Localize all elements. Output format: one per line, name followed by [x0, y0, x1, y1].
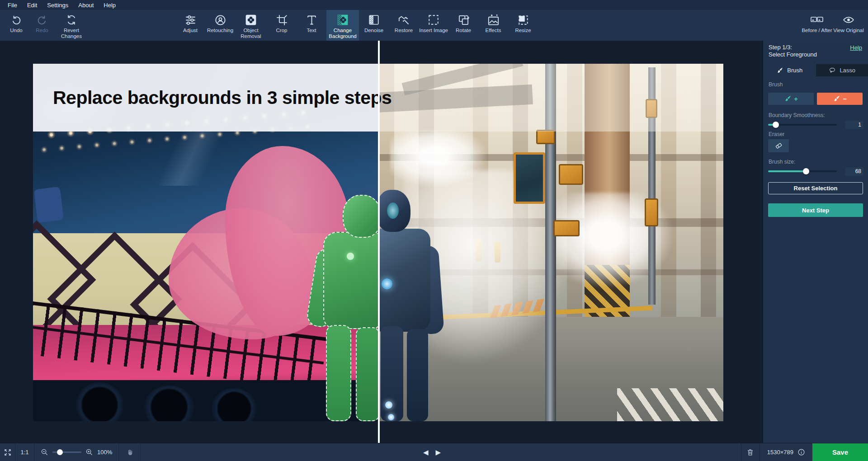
- image-resolution: 1530×789: [767, 449, 793, 456]
- delete-image-button[interactable]: [741, 443, 760, 461]
- boundary-smoothness-label: Boundary Smoothness:: [769, 112, 825, 118]
- hand-tool-button[interactable]: [119, 443, 141, 461]
- tool-change-background[interactable]: Change Background: [326, 10, 359, 41]
- tool-retouching[interactable]: Retouching: [205, 10, 235, 41]
- step-title: Select Foreground: [769, 51, 863, 58]
- revert-changes-button[interactable]: Revert Changes: [55, 10, 88, 41]
- resize-icon: [517, 14, 529, 26]
- tool-denoise[interactable]: Denoise: [359, 10, 389, 41]
- scene-teal-sign: [514, 152, 545, 204]
- boundary-smoothness-slider-row: 1: [768, 121, 863, 128]
- effects-icon: [487, 14, 500, 26]
- tab-brush[interactable]: Brush: [763, 64, 816, 76]
- previous-image-arrow[interactable]: ◀: [423, 448, 429, 456]
- tool-effects[interactable]: Effects: [478, 10, 508, 41]
- menu-edit[interactable]: Edit: [22, 2, 42, 9]
- brush-icon: [776, 67, 783, 74]
- menu-bar: File Edit Settings About Help: [0, 0, 868, 10]
- scene-orange-signal-box: [645, 198, 658, 226]
- tool-crop[interactable]: Crop: [267, 10, 297, 41]
- menu-help[interactable]: Help: [99, 2, 121, 9]
- fit-to-screen-button[interactable]: [0, 443, 15, 461]
- zoom-slider-thumb[interactable]: [57, 449, 63, 455]
- scene-orange-signal-box: [559, 164, 583, 185]
- adjust-icon: [184, 14, 197, 26]
- scene-orange-signal-box: [553, 220, 580, 236]
- view-original-button[interactable]: View Original: [833, 10, 864, 41]
- zoom-slider[interactable]: [52, 452, 81, 453]
- menu-file[interactable]: File: [3, 2, 22, 9]
- info-icon[interactable]: [797, 448, 805, 456]
- undo-icon: [10, 14, 22, 26]
- zoom-in-icon[interactable]: [85, 448, 93, 456]
- eraser-button[interactable]: [768, 139, 789, 152]
- boundary-smoothness-thumb[interactable]: [773, 122, 779, 128]
- editor-canvas: Replace backgrounds in 3 simple steps: [0, 41, 763, 443]
- eye-icon: [842, 14, 855, 26]
- tool-resize[interactable]: Resize: [508, 10, 538, 41]
- trash-icon: [746, 448, 754, 456]
- actual-size-button[interactable]: 1:1: [15, 443, 34, 461]
- retouching-icon: [214, 14, 226, 26]
- before-after-button[interactable]: Before / After: [801, 10, 833, 41]
- status-bar: 1:1 100%: [0, 443, 868, 461]
- scene-blue-seat: [34, 187, 64, 223]
- lasso-icon: [829, 67, 836, 74]
- brush-size-slider[interactable]: [768, 170, 837, 172]
- step-header: Step 1/3: Select Foreground Help: [763, 41, 868, 64]
- save-button[interactable]: Save: [812, 443, 868, 461]
- tool-restore[interactable]: Restore: [389, 10, 419, 41]
- object-removal-icon: [245, 14, 257, 26]
- eraser-label: Eraser: [769, 131, 784, 137]
- next-step-button[interactable]: Next Step: [768, 203, 863, 217]
- eraser-icon: [774, 141, 783, 150]
- tool-object-removal[interactable]: Object Removal: [235, 10, 267, 41]
- tab-lasso[interactable]: Lasso: [816, 64, 868, 76]
- fullscreen-icon: [4, 448, 12, 456]
- brush-size-slider-row: 68: [768, 168, 863, 175]
- step-number: Step 1/3:: [769, 44, 863, 51]
- menu-settings[interactable]: Settings: [42, 2, 73, 9]
- brush-add-button[interactable]: +: [768, 93, 814, 105]
- selection-mode-tabs: Brush Lasso: [763, 64, 868, 76]
- before-after-icon: [810, 14, 824, 26]
- zoom-percent: 100%: [97, 449, 112, 456]
- brush-size-label: Brush size:: [769, 159, 795, 165]
- crop-icon: [276, 14, 288, 26]
- zoom-out-icon[interactable]: [41, 448, 48, 456]
- redo-icon: [36, 14, 48, 26]
- foreground-robot-selected-green: [300, 195, 379, 421]
- tool-text[interactable]: Text: [297, 10, 326, 41]
- rotate-icon: [458, 14, 470, 26]
- brush-section-label: Brush: [769, 81, 783, 88]
- next-image-arrow[interactable]: ▶: [436, 448, 441, 456]
- insert-image-icon: [428, 14, 439, 26]
- help-link[interactable]: Help: [850, 44, 862, 51]
- scene-orange-signal-box: [536, 130, 555, 144]
- foreground-robot-original-blue: [379, 190, 445, 421]
- brush-size-value[interactable]: 68: [845, 167, 863, 176]
- text-icon: [306, 14, 318, 26]
- boundary-smoothness-value[interactable]: 1: [845, 121, 863, 129]
- restore-icon: [398, 14, 410, 26]
- hand-icon: [126, 448, 134, 456]
- tool-rotate[interactable]: Rotate: [448, 10, 478, 41]
- brush-size-thumb[interactable]: [803, 168, 809, 174]
- reset-selection-button[interactable]: Reset Selection: [768, 182, 863, 194]
- denoise-icon: [368, 14, 380, 26]
- scene-crosswalk-stripes: [617, 388, 723, 421]
- scene-white-flare: [390, 131, 487, 187]
- change-background-icon: [337, 14, 349, 26]
- brush-subtract-button[interactable]: −: [817, 93, 863, 105]
- zoom-controls: 100%: [34, 443, 119, 461]
- tool-adjust[interactable]: Adjust: [175, 10, 205, 41]
- revert-icon: [66, 14, 77, 26]
- boundary-smoothness-slider[interactable]: [768, 124, 837, 126]
- banner-title: Replace backgrounds in 3 simple steps: [33, 87, 392, 108]
- undo-button[interactable]: Undo: [4, 10, 29, 41]
- toolbar: Undo Redo Revert Changes: [0, 10, 868, 41]
- redo-button[interactable]: Redo: [29, 10, 55, 41]
- tool-insert-image[interactable]: Insert Image: [419, 10, 448, 41]
- before-after-divider: [378, 41, 380, 443]
- menu-about[interactable]: About: [73, 2, 99, 9]
